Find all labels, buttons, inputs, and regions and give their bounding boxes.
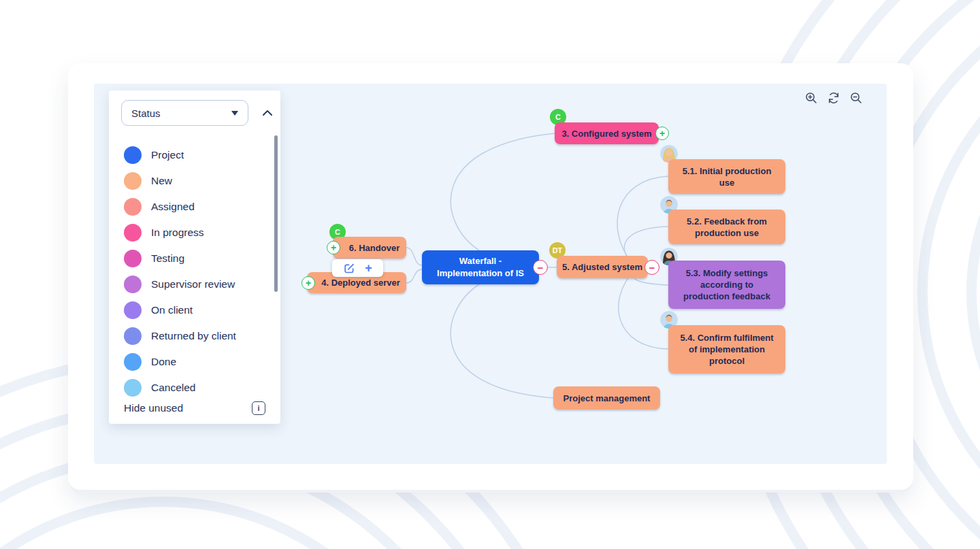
status-color-dot — [124, 276, 142, 293]
connector-central-projectmgmt — [451, 284, 553, 398]
caret-down-icon — [231, 111, 238, 116]
node-modify-settings[interactable]: 5.3. Modify settings according to produc… — [668, 261, 785, 309]
collapse-minus-icon-central[interactable]: − — [533, 260, 548, 275]
status-color-dot — [124, 301, 142, 319]
legend-item-assigned[interactable]: Assigned — [109, 194, 280, 220]
expand-plus-icon-configured[interactable]: + — [655, 127, 669, 140]
refresh-icon[interactable] — [826, 90, 841, 105]
canvas-toolbar — [804, 90, 864, 105]
status-label: New — [151, 175, 172, 187]
node-project-management[interactable]: Project management — [553, 386, 660, 410]
legend-item-project[interactable]: Project — [109, 142, 280, 168]
status-label: On client — [151, 304, 193, 316]
status-label: Project — [151, 149, 184, 161]
status-color-dot — [124, 224, 142, 242]
expand-plus-icon-handover[interactable]: + — [327, 241, 340, 254]
status-filter-select[interactable]: Status — [121, 100, 248, 126]
status-color-dot — [124, 172, 142, 190]
status-color-dot — [124, 353, 142, 371]
status-label: In progress — [151, 227, 204, 239]
node-handover[interactable]: 6. Handover — [333, 237, 406, 259]
status-label: Returned by client — [151, 330, 236, 342]
add-node-icon[interactable]: + — [365, 262, 372, 274]
app-card: C C DT Waterfall - Implementation of IS … — [68, 63, 913, 490]
edit-icon[interactable] — [343, 262, 355, 274]
node-edit-popover: + — [332, 259, 383, 277]
node-adjusted-system[interactable]: 5. Adjusted system — [557, 256, 648, 278]
node-initial-production-use[interactable]: 5.1. Initial production use — [668, 159, 785, 194]
node-confirm-fulfilment[interactable]: 5.4. Confirm fulfilment of implementatio… — [668, 325, 785, 373]
status-legend-list: Project New Assigned In progress Testing… — [109, 142, 280, 401]
status-legend-panel: Status Project New Assigned In p — [109, 90, 280, 424]
node-configured-system[interactable]: 3. Configured system — [555, 122, 659, 144]
node-central-waterfall[interactable]: Waterfall - Implementation of IS — [422, 250, 539, 284]
info-icon[interactable]: i — [252, 401, 265, 415]
legend-item-supervisor-review[interactable]: Supervisor review — [109, 271, 280, 297]
status-color-dot — [124, 198, 142, 216]
status-label: Supervisor review — [151, 278, 235, 290]
connector-handover-central — [406, 248, 422, 265]
hide-unused-button[interactable]: Hide unused — [124, 402, 183, 414]
status-label: Assigned — [151, 201, 195, 213]
panel-scrollbar[interactable] — [274, 135, 278, 292]
collapse-minus-icon-adjusted[interactable]: − — [644, 260, 659, 275]
panel-collapse-button[interactable] — [260, 105, 275, 120]
legend-item-testing[interactable]: Testing — [109, 246, 280, 271]
status-label: Testing — [151, 252, 184, 265]
legend-item-done[interactable]: Done — [109, 349, 280, 375]
zoom-in-icon[interactable] — [804, 90, 819, 105]
legend-item-returned-by-client[interactable]: Returned by client — [109, 323, 280, 349]
status-color-dot — [124, 327, 142, 345]
status-label: Done — [151, 356, 176, 368]
connector-deployed-central — [406, 269, 422, 283]
legend-item-on-client[interactable]: On client — [109, 297, 280, 323]
node-central-line1: Waterfall - — [459, 255, 502, 267]
legend-item-new[interactable]: New — [109, 168, 280, 194]
legend-item-in-progress[interactable]: In progress — [109, 220, 280, 246]
expand-plus-icon-deployed[interactable]: + — [301, 276, 315, 290]
status-color-dot — [124, 250, 142, 267]
status-color-dot — [124, 146, 142, 164]
zoom-out-icon[interactable] — [849, 90, 864, 105]
status-filter-value: Status — [131, 107, 161, 119]
node-central-line2: Implementation of IS — [437, 267, 524, 280]
panel-footer: Hide unused i — [109, 393, 280, 424]
node-feedback-production-use[interactable]: 5.2. Feedback from production use — [668, 210, 785, 244]
connector-central-configured — [451, 133, 555, 250]
